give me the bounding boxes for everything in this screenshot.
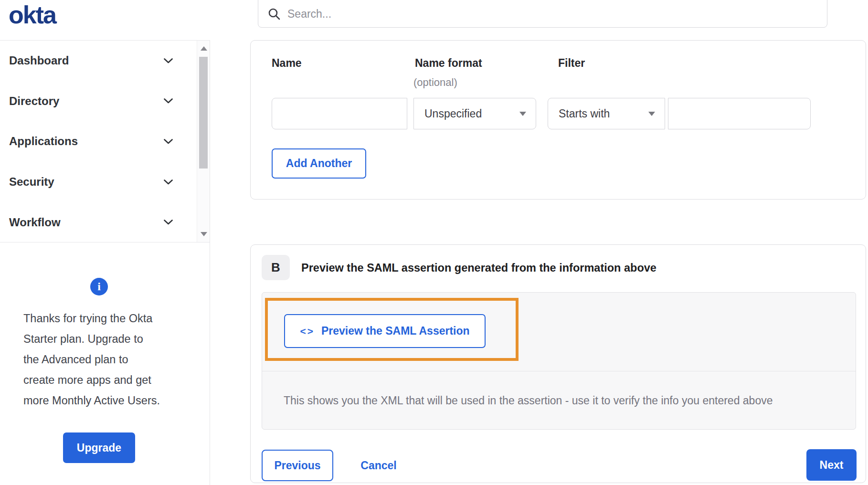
name-column-label: Name — [272, 57, 302, 70]
chevron-down-icon — [164, 98, 173, 104]
cancel-link[interactable]: Cancel — [352, 450, 405, 481]
search-input[interactable] — [287, 8, 827, 21]
name-format-dropdown[interactable]: Unspecified — [413, 98, 536, 129]
filter-operator-dropdown[interactable]: Starts with — [548, 98, 665, 129]
sidebar-item-label: Security — [9, 175, 54, 189]
preview-panel-bottom: This shows you the XML that will be used… — [262, 371, 856, 430]
name-format-optional-hint: (optional) — [413, 76, 457, 89]
upgrade-button[interactable]: Upgrade — [63, 432, 135, 463]
upsell-line: Starter plan. Upgrade to — [23, 329, 191, 349]
preview-saml-assertion-button[interactable]: <> Preview the SAML Assertion — [284, 314, 486, 348]
sidebar-item-workflow[interactable]: Workflow — [0, 202, 210, 242]
upsell-line: more Monthly Active Users. — [23, 390, 191, 411]
chevron-down-icon — [164, 139, 173, 144]
previous-button[interactable]: Previous — [262, 450, 333, 481]
sidebar-item-label: Applications — [9, 135, 78, 148]
preview-button-label: Preview the SAML Assertion — [321, 325, 470, 337]
preview-saml-card: B Preview the SAML assertion generated f… — [250, 244, 866, 483]
sidebar-item-security[interactable]: Security — [0, 162, 210, 202]
code-brackets-icon: <> — [300, 326, 315, 337]
name-format-selected-value: Unspecified — [424, 107, 482, 120]
scroll-down-arrow-icon[interactable] — [201, 232, 207, 236]
sidebar-item-dashboard[interactable]: Dashboard — [0, 41, 210, 81]
add-another-button[interactable]: Add Another — [272, 148, 366, 179]
upsell-message: Thanks for trying the Okta Starter plan.… — [23, 308, 191, 411]
preview-panel-top: <> Preview the SAML Assertion — [262, 293, 856, 371]
sidebar-item-label: Workflow — [9, 216, 61, 229]
search-icon — [268, 8, 281, 21]
sidebar-item-directory[interactable]: Directory — [0, 81, 210, 122]
okta-logo: okta — [9, 0, 56, 30]
section-heading: Preview the SAML assertion generated fro… — [301, 262, 656, 274]
info-icon: i — [90, 278, 108, 295]
sidebar-divider — [210, 40, 210, 485]
upsell-line: create more apps and get — [23, 370, 191, 390]
sidebar-item-label: Directory — [9, 95, 59, 108]
global-search[interactable] — [258, 0, 827, 28]
attribute-statements-card: Name Name format (optional) Filter Unspe… — [250, 40, 866, 200]
upsell-line: Thanks for trying the Okta — [23, 308, 191, 329]
upsell-line: the Advanced plan to — [23, 349, 191, 370]
sidebar-item-applications[interactable]: Applications — [0, 121, 210, 162]
chevron-down-icon — [164, 58, 173, 63]
attribute-name-input[interactable] — [272, 98, 407, 129]
chevron-down-icon — [164, 220, 173, 225]
filter-value-input[interactable] — [668, 98, 811, 129]
chevron-down-icon — [164, 179, 173, 185]
dropdown-caret-icon — [519, 112, 526, 116]
sidebar-scrollbar[interactable] — [197, 41, 210, 242]
next-button[interactable]: Next — [806, 449, 857, 481]
dropdown-caret-icon — [648, 112, 655, 116]
filter-operator-selected-value: Starts with — [559, 107, 610, 120]
filter-column-label: Filter — [558, 57, 585, 70]
preview-description: This shows you the XML that will be used… — [284, 394, 773, 407]
scroll-up-arrow-icon[interactable] — [201, 46, 207, 51]
sidebar-item-label: Dashboard — [9, 54, 69, 67]
step-b-badge: B — [262, 255, 290, 280]
sidebar-nav: Dashboard Directory Applications Securit… — [0, 40, 210, 242]
scrollbar-thumb[interactable] — [199, 57, 208, 169]
preview-panel: <> Preview the SAML Assertion This shows… — [262, 292, 856, 430]
name-format-column-label: Name format — [415, 57, 482, 70]
